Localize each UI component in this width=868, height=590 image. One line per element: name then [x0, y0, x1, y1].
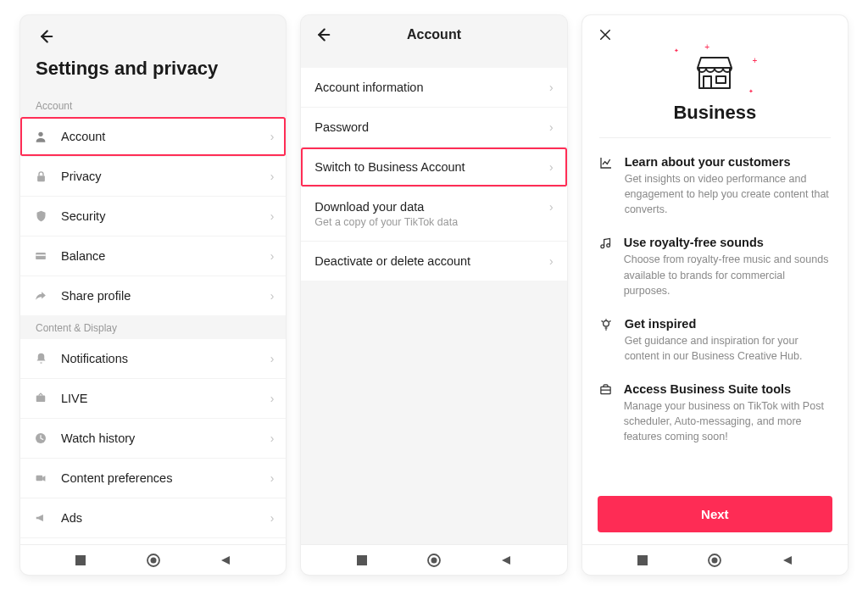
screen-account: Account Account information › Password ›… — [301, 15, 566, 575]
item-label: Password — [314, 120, 549, 134]
chevron-right-icon: › — [270, 471, 275, 485]
section-label-account: Account — [20, 93, 286, 117]
item-label: Balance — [61, 249, 270, 263]
feature-title: Use royalty-free sounds — [624, 236, 831, 249]
chevron-right-icon: › — [270, 511, 275, 525]
section-label-content: Content & Display — [20, 315, 286, 339]
item-label: Privacy — [61, 170, 270, 183]
feature-title: Get inspired — [625, 317, 831, 331]
lock-icon — [32, 168, 49, 185]
briefcase-icon — [599, 382, 612, 444]
item-account[interactable]: Account › — [20, 117, 286, 157]
item-label: Account — [61, 130, 270, 143]
android-nav — [301, 544, 566, 575]
item-label: Account information — [314, 81, 549, 94]
live-icon — [32, 390, 49, 407]
screen-business: + ✦ + ✦ Business Lea — [582, 15, 848, 575]
feature-desc: Get insights on video performance and en… — [625, 171, 831, 217]
business-title: Business — [582, 102, 848, 124]
analytics-icon — [599, 155, 613, 217]
nav-back-icon[interactable] — [214, 548, 237, 572]
item-watch-history[interactable]: Watch history › — [20, 419, 286, 459]
feature-title: Learn about your customers — [625, 155, 831, 169]
video-icon — [32, 470, 49, 487]
nav-recent-icon[interactable] — [350, 548, 374, 572]
chevron-right-icon: › — [270, 352, 275, 365]
item-label: Download your data — [314, 200, 549, 214]
svg-rect-4 — [36, 396, 46, 403]
lightbulb-icon — [599, 317, 613, 364]
svg-rect-10 — [357, 555, 367, 565]
item-switch-business[interactable]: Switch to Business Account › — [301, 148, 566, 187]
shield-icon — [32, 208, 49, 225]
feature-desc: Get guidance and inspiration for your co… — [625, 333, 831, 364]
item-label: LIVE — [61, 392, 270, 405]
item-security[interactable]: Security › — [20, 197, 286, 237]
feature-desc: Manage your business on TikTok with Post… — [624, 398, 831, 444]
item-share-profile[interactable]: Share profile › — [20, 276, 286, 315]
close-icon[interactable] — [582, 15, 848, 42]
nav-recent-icon[interactable] — [631, 548, 654, 572]
clock-icon — [32, 430, 49, 447]
chevron-right-icon: › — [270, 249, 275, 263]
item-balance[interactable]: Balance › — [20, 237, 286, 276]
svg-rect-1 — [37, 175, 45, 181]
chevron-right-icon: › — [549, 120, 554, 134]
item-label: Ads — [61, 511, 270, 525]
item-label: Security — [61, 209, 270, 223]
item-subtitle: Get a copy of your TikTok data — [314, 216, 553, 228]
item-ads[interactable]: Ads › — [20, 498, 286, 538]
feature-desc: Choose from royalty-free music and sound… — [624, 252, 831, 298]
megaphone-icon — [32, 509, 49, 526]
item-notifications[interactable]: Notifications › — [20, 339, 286, 379]
item-privacy[interactable]: Privacy › — [20, 157, 286, 197]
page-title: Account — [313, 27, 554, 42]
chevron-right-icon: › — [270, 431, 275, 445]
android-nav — [582, 544, 848, 575]
svg-point-22 — [712, 557, 718, 563]
item-label: Deactivate or delete account — [314, 254, 549, 268]
share-icon — [32, 287, 49, 304]
svg-rect-6 — [36, 475, 43, 481]
chevron-right-icon: › — [270, 209, 275, 223]
item-password[interactable]: Password › — [301, 108, 566, 148]
svg-point-12 — [431, 557, 437, 563]
nav-home-icon[interactable] — [703, 548, 726, 572]
svg-rect-15 — [716, 76, 726, 83]
person-icon — [32, 128, 49, 145]
bell-icon — [32, 350, 49, 367]
svg-rect-3 — [36, 254, 46, 256]
item-label: Switch to Business Account — [314, 160, 549, 174]
chevron-right-icon: › — [270, 170, 275, 183]
nav-home-icon[interactable] — [142, 548, 165, 572]
chevron-right-icon: › — [270, 130, 275, 143]
nav-home-icon[interactable] — [422, 548, 446, 572]
screen-settings: Settings and privacy Account Account › P… — [20, 15, 286, 575]
svg-point-18 — [603, 320, 609, 326]
chevron-right-icon: › — [270, 289, 275, 303]
nav-back-icon[interactable] — [776, 548, 799, 572]
item-account-information[interactable]: Account information › — [301, 68, 566, 108]
chevron-right-icon: › — [270, 392, 275, 405]
item-download-data[interactable]: Download your data › Get a copy of your … — [301, 187, 566, 242]
nav-recent-icon[interactable] — [69, 548, 92, 572]
item-language[interactable]: Language › — [20, 538, 286, 544]
item-label: Share profile — [61, 289, 270, 303]
chevron-right-icon: › — [549, 200, 554, 214]
svg-point-9 — [150, 557, 156, 563]
nav-back-icon[interactable] — [494, 548, 518, 572]
svg-rect-7 — [75, 555, 86, 565]
feature-inspired: Get inspired Get guidance and inspiratio… — [599, 317, 831, 364]
svg-rect-14 — [704, 76, 711, 88]
svg-point-0 — [38, 132, 42, 136]
chevron-right-icon: › — [549, 160, 554, 174]
feature-title: Access Business Suite tools — [624, 382, 831, 396]
item-content-preferences[interactable]: Content preferences › — [20, 459, 286, 498]
android-nav — [20, 544, 286, 575]
item-live[interactable]: LIVE › — [20, 379, 286, 419]
next-button[interactable]: Next — [598, 496, 832, 532]
feature-suite: Access Business Suite tools Manage your … — [599, 382, 831, 444]
item-deactivate[interactable]: Deactivate or delete account › — [301, 242, 566, 281]
back-icon[interactable] — [36, 27, 54, 46]
storefront-icon: + ✦ + ✦ — [693, 51, 737, 92]
